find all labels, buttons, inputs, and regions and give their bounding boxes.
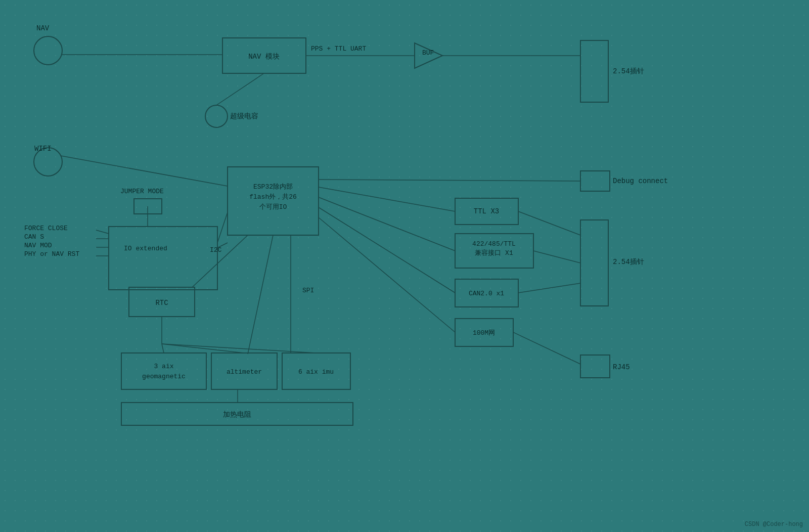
eth-label: 100M网 bbox=[473, 329, 495, 337]
heat-label: 加热电阻 bbox=[223, 411, 251, 419]
i2c-label: I2C bbox=[210, 246, 222, 254]
io-extend-label: IO extended bbox=[124, 245, 167, 252]
pps-label: PPS + TTL UART bbox=[311, 45, 366, 53]
cap-circle bbox=[205, 105, 228, 127]
cap-label: 超级电容 bbox=[230, 112, 258, 120]
can-to-conn-line bbox=[518, 283, 580, 293]
esp32-box bbox=[228, 167, 319, 235]
connector-mid-box bbox=[580, 220, 608, 306]
nav-mod-label: NAV MOD bbox=[24, 242, 52, 249]
rs422-label1: 422/485/TTL bbox=[472, 240, 516, 248]
esp32-label1: ESP32除内部 bbox=[253, 183, 293, 191]
rtc-label: RTC bbox=[155, 299, 168, 307]
module-to-cap-line bbox=[216, 73, 264, 105]
esp32-to-ttl-line bbox=[319, 187, 455, 211]
debug-label: Debug connect bbox=[613, 177, 668, 185]
esp32-to-io-line bbox=[217, 212, 228, 243]
force-close-line bbox=[96, 230, 109, 234]
connector-top-label: 2.54插针 bbox=[613, 67, 644, 75]
geo-label2: geomagnetic bbox=[142, 373, 186, 380]
watermark: CSDN @Coder-hong bbox=[745, 521, 803, 528]
esp32-to-eth-line bbox=[319, 217, 455, 332]
esp32-to-rs422-line bbox=[319, 197, 455, 251]
esp32-to-can-line bbox=[319, 207, 455, 293]
ttl-label: TTL X3 bbox=[474, 207, 499, 215]
jumper-mode-label: JUMPER MODE bbox=[120, 188, 164, 195]
wifi-to-esp32-line bbox=[61, 156, 228, 186]
connector-mid-label: 2.54插针 bbox=[613, 258, 644, 266]
geo-box bbox=[121, 353, 206, 389]
i2c-line bbox=[217, 243, 228, 248]
esp32-label2: flash外，共26 bbox=[249, 193, 297, 201]
rj45-box bbox=[580, 355, 610, 378]
connector-top-box bbox=[580, 40, 608, 102]
io-extend-box bbox=[109, 227, 217, 290]
rtc-to-alt-line bbox=[162, 344, 244, 353]
rs422-label2: 兼容接口 X1 bbox=[475, 249, 513, 257]
esp32-to-debug-line bbox=[319, 180, 580, 181]
rtc-to-imu-line bbox=[162, 344, 316, 353]
rtc-to-geo-line bbox=[162, 344, 164, 353]
esp32-label3: 个可用IO bbox=[259, 203, 287, 211]
spi-label: SPI bbox=[302, 287, 314, 294]
imu-label: 6 aix imu bbox=[298, 368, 334, 376]
rs422-to-conn-line bbox=[533, 251, 580, 263]
ttl-to-conn-line bbox=[518, 211, 580, 235]
wifi-label: WIFI bbox=[34, 145, 52, 153]
esp32-spi-line bbox=[248, 235, 273, 354]
nav-module-label: NAV 模块 bbox=[248, 53, 280, 61]
phy-nav-rst-label: PHY or NAV RST bbox=[24, 250, 79, 258]
geo-label1: 3 aix bbox=[154, 363, 173, 370]
force-close-label: FORCE CLOSE bbox=[24, 225, 68, 232]
debug-box bbox=[580, 171, 610, 191]
nav-label: NAV bbox=[36, 24, 50, 32]
can20-label: CAN2.0 x1 bbox=[469, 290, 504, 297]
buf-label: BUF bbox=[422, 49, 434, 57]
nav-circle bbox=[34, 36, 62, 65]
eth-to-rj45-line bbox=[513, 332, 580, 364]
rj45-label: RJ45 bbox=[613, 363, 630, 371]
can-s-label: CAN S bbox=[24, 233, 44, 241]
esp32-to-rtc-line bbox=[192, 235, 248, 287]
altimeter-label: altimeter bbox=[227, 368, 262, 376]
